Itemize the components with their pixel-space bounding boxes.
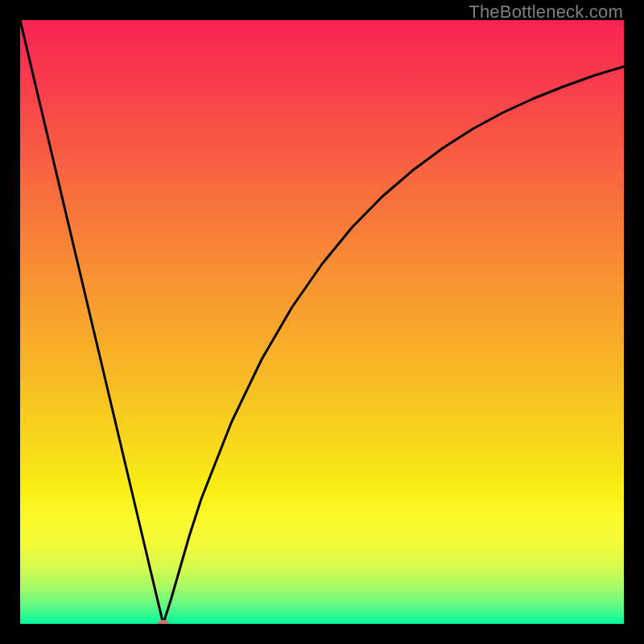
bottleneck-curve [20,20,624,624]
watermark-text: TheBottleneck.com [469,2,623,23]
plot-area [20,20,624,624]
curve-layer [20,20,624,624]
optimum-marker [158,620,169,624]
chart-stage: TheBottleneck.com [0,0,644,644]
